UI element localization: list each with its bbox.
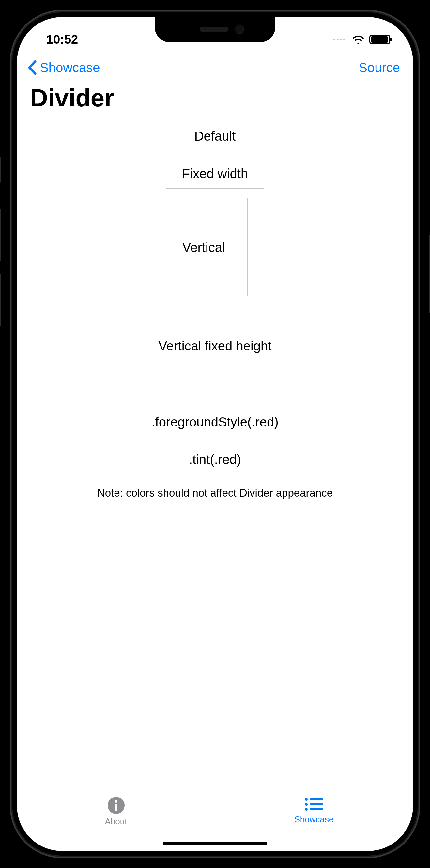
- cellular-dots-icon: [333, 38, 345, 40]
- section-vertical-fixed: Vertical fixed height: [30, 293, 400, 399]
- tab-showcase-label: Showcase: [295, 814, 334, 825]
- divider-vertical: [247, 198, 248, 296]
- label-fixed-width: Fixed width: [30, 166, 400, 188]
- back-label: Showcase: [40, 60, 100, 75]
- chevron-left-icon: [27, 59, 38, 76]
- back-button[interactable]: Showcase: [27, 59, 100, 76]
- note-text: Note: colors should not affect Divider a…: [30, 474, 400, 499]
- section-foreground-style: .foregroundStyle(.red): [30, 399, 400, 437]
- svg-point-5: [305, 808, 308, 811]
- status-time: 10:52: [46, 33, 78, 46]
- notch: [155, 17, 275, 42]
- section-default: Default: [30, 124, 400, 151]
- label-tint: .tint(.red): [30, 452, 400, 474]
- content: Default Fixed width Vertical Vertical fi…: [17, 124, 413, 792]
- wifi-icon: [352, 35, 365, 44]
- page-title: Divider: [17, 82, 413, 124]
- info-circle-icon: [107, 796, 125, 814]
- volume-up-button: [0, 209, 1, 261]
- svg-rect-8: [310, 808, 323, 810]
- svg-point-1: [115, 800, 118, 803]
- navigation-bar: Showcase Source: [17, 53, 413, 82]
- device-frame: 10:52: [0, 0, 430, 868]
- svg-rect-7: [310, 803, 323, 805]
- battery-icon: [369, 35, 390, 44]
- volume-down-button: [0, 274, 1, 326]
- section-fixed-width: Fixed width: [30, 151, 400, 189]
- svg-rect-6: [310, 799, 323, 801]
- label-vertical: Vertical: [182, 240, 225, 255]
- section-tint: .tint(.red): [30, 437, 400, 475]
- svg-point-4: [305, 803, 308, 806]
- source-button[interactable]: Source: [359, 60, 400, 75]
- svg-point-3: [305, 798, 308, 801]
- label-vertical-fixed: Vertical fixed height: [159, 339, 272, 353]
- section-vertical: Vertical: [30, 189, 400, 293]
- label-default: Default: [30, 129, 400, 151]
- home-indicator[interactable]: [163, 842, 267, 845]
- power-button: [429, 235, 430, 313]
- status-icons: [333, 35, 390, 44]
- svg-rect-2: [115, 804, 118, 811]
- label-foreground-style: .foregroundStyle(.red): [30, 415, 400, 437]
- tab-about-label: About: [105, 816, 127, 827]
- list-bullet-icon: [304, 796, 325, 812]
- mute-switch: [0, 157, 1, 183]
- screen: 10:52: [17, 17, 413, 851]
